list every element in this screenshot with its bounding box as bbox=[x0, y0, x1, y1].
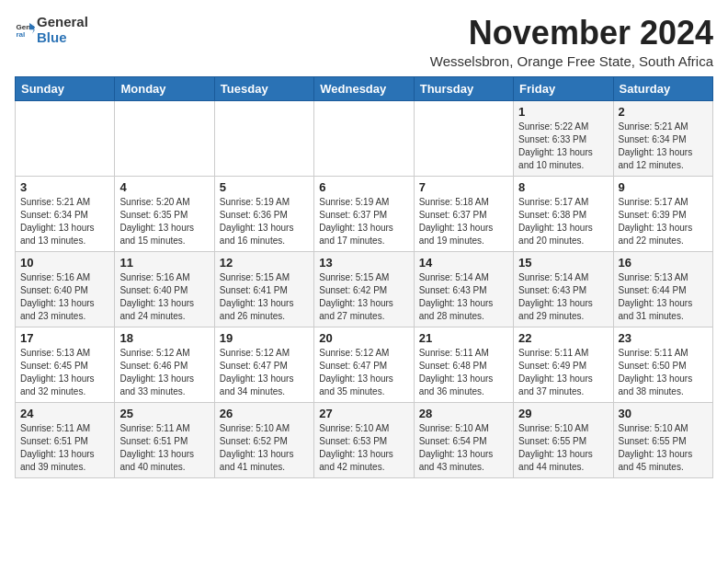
calendar-cell: 1Sunrise: 5:22 AM Sunset: 6:33 PM Daylig… bbox=[514, 100, 613, 176]
calendar-cell: 12Sunrise: 5:15 AM Sunset: 6:41 PM Dayli… bbox=[214, 251, 313, 327]
day-info: Sunrise: 5:11 AM Sunset: 6:51 PM Dayligh… bbox=[20, 422, 109, 474]
day-number: 1 bbox=[518, 105, 608, 119]
calendar-cell: 13Sunrise: 5:15 AM Sunset: 6:42 PM Dayli… bbox=[314, 251, 414, 327]
calendar-row: 17Sunrise: 5:13 AM Sunset: 6:45 PM Dayli… bbox=[16, 327, 713, 402]
calendar-cell: 7Sunrise: 5:18 AM Sunset: 6:37 PM Daylig… bbox=[414, 176, 513, 251]
day-info: Sunrise: 5:19 AM Sunset: 6:37 PM Dayligh… bbox=[319, 196, 408, 247]
day-number: 11 bbox=[119, 256, 209, 270]
calendar-cell: 29Sunrise: 5:10 AM Sunset: 6:55 PM Dayli… bbox=[514, 402, 613, 477]
calendar-cell bbox=[314, 100, 414, 176]
calendar-cell: 14Sunrise: 5:14 AM Sunset: 6:43 PM Dayli… bbox=[414, 251, 513, 327]
day-info: Sunrise: 5:10 AM Sunset: 6:55 PM Dayligh… bbox=[619, 422, 708, 474]
day-info: Sunrise: 5:10 AM Sunset: 6:53 PM Dayligh… bbox=[319, 422, 408, 474]
calendar-table: SundayMondayTuesdayWednesdayThursdayFrid… bbox=[15, 76, 713, 478]
day-number: 4 bbox=[119, 180, 209, 194]
calendar-cell: 28Sunrise: 5:10 AM Sunset: 6:54 PM Dayli… bbox=[414, 402, 513, 477]
day-info: Sunrise: 5:11 AM Sunset: 6:49 PM Dayligh… bbox=[518, 347, 608, 398]
day-info: Sunrise: 5:10 AM Sunset: 6:54 PM Dayligh… bbox=[419, 422, 508, 474]
calendar-row: 10Sunrise: 5:16 AM Sunset: 6:40 PM Dayli… bbox=[16, 251, 713, 327]
day-number: 17 bbox=[20, 331, 109, 345]
day-number: 23 bbox=[619, 331, 708, 345]
day-number: 10 bbox=[20, 256, 109, 270]
calendar-cell: 4Sunrise: 5:20 AM Sunset: 6:35 PM Daylig… bbox=[115, 176, 214, 251]
day-number: 16 bbox=[619, 256, 708, 270]
weekday-header: Sunday bbox=[16, 76, 115, 100]
day-info: Sunrise: 5:17 AM Sunset: 6:39 PM Dayligh… bbox=[619, 196, 708, 247]
calendar-cell: 26Sunrise: 5:10 AM Sunset: 6:52 PM Dayli… bbox=[214, 402, 313, 477]
day-number: 24 bbox=[20, 407, 109, 420]
weekday-header-row: SundayMondayTuesdayWednesdayThursdayFrid… bbox=[16, 76, 713, 100]
day-number: 18 bbox=[119, 331, 209, 345]
day-info: Sunrise: 5:13 AM Sunset: 6:44 PM Dayligh… bbox=[619, 271, 708, 323]
calendar-cell: 17Sunrise: 5:13 AM Sunset: 6:45 PM Dayli… bbox=[16, 327, 115, 402]
calendar-cell: 22Sunrise: 5:11 AM Sunset: 6:49 PM Dayli… bbox=[514, 327, 613, 402]
day-number: 22 bbox=[518, 331, 608, 345]
day-info: Sunrise: 5:10 AM Sunset: 6:55 PM Dayligh… bbox=[518, 422, 608, 474]
day-info: Sunrise: 5:11 AM Sunset: 6:48 PM Dayligh… bbox=[419, 347, 508, 398]
svg-text:ral: ral bbox=[16, 30, 25, 39]
day-info: Sunrise: 5:16 AM Sunset: 6:40 PM Dayligh… bbox=[20, 271, 109, 323]
calendar-cell: 8Sunrise: 5:17 AM Sunset: 6:38 PM Daylig… bbox=[514, 176, 613, 251]
calendar-cell: 15Sunrise: 5:14 AM Sunset: 6:43 PM Dayli… bbox=[514, 251, 613, 327]
weekday-header: Saturday bbox=[613, 76, 712, 100]
calendar-cell: 25Sunrise: 5:11 AM Sunset: 6:51 PM Dayli… bbox=[115, 402, 214, 477]
day-info: Sunrise: 5:15 AM Sunset: 6:41 PM Dayligh… bbox=[220, 271, 309, 323]
calendar-row: 24Sunrise: 5:11 AM Sunset: 6:51 PM Dayli… bbox=[16, 402, 713, 477]
weekday-header: Wednesday bbox=[314, 76, 414, 100]
day-number: 3 bbox=[20, 180, 109, 194]
calendar-cell: 24Sunrise: 5:11 AM Sunset: 6:51 PM Dayli… bbox=[16, 402, 115, 477]
month-title: November 2024 bbox=[430, 15, 713, 52]
day-number: 20 bbox=[319, 331, 408, 345]
calendar-cell bbox=[214, 100, 313, 176]
calendar-cell: 6Sunrise: 5:19 AM Sunset: 6:37 PM Daylig… bbox=[314, 176, 414, 251]
day-info: Sunrise: 5:12 AM Sunset: 6:47 PM Dayligh… bbox=[220, 347, 309, 398]
calendar-cell: 5Sunrise: 5:19 AM Sunset: 6:36 PM Daylig… bbox=[214, 176, 313, 251]
day-number: 13 bbox=[319, 256, 408, 270]
day-number: 15 bbox=[518, 256, 608, 270]
calendar-cell: 2Sunrise: 5:21 AM Sunset: 6:34 PM Daylig… bbox=[613, 100, 712, 176]
calendar-cell bbox=[16, 100, 115, 176]
day-info: Sunrise: 5:12 AM Sunset: 6:47 PM Dayligh… bbox=[319, 347, 408, 398]
calendar-cell: 27Sunrise: 5:10 AM Sunset: 6:53 PM Dayli… bbox=[314, 402, 414, 477]
day-number: 14 bbox=[419, 256, 508, 270]
day-number: 29 bbox=[518, 407, 608, 420]
title-block: November 2024 Wesselsbron, Orange Free S… bbox=[430, 15, 713, 69]
calendar-cell: 19Sunrise: 5:12 AM Sunset: 6:47 PM Dayli… bbox=[214, 327, 313, 402]
logo-icon: Gene ral bbox=[15, 20, 35, 40]
calendar-cell: 10Sunrise: 5:16 AM Sunset: 6:40 PM Dayli… bbox=[16, 251, 115, 327]
day-info: Sunrise: 5:21 AM Sunset: 6:34 PM Dayligh… bbox=[619, 121, 708, 172]
calendar-cell: 23Sunrise: 5:11 AM Sunset: 6:50 PM Dayli… bbox=[613, 327, 712, 402]
day-info: Sunrise: 5:22 AM Sunset: 6:33 PM Dayligh… bbox=[518, 121, 608, 172]
page-header: Gene ral General Blue November 2024 Wess… bbox=[15, 15, 713, 69]
logo: Gene ral General Blue bbox=[15, 15, 88, 45]
day-number: 6 bbox=[319, 180, 408, 194]
day-info: Sunrise: 5:11 AM Sunset: 6:51 PM Dayligh… bbox=[119, 422, 209, 474]
day-info: Sunrise: 5:10 AM Sunset: 6:52 PM Dayligh… bbox=[220, 422, 309, 474]
day-number: 27 bbox=[319, 407, 408, 420]
day-number: 25 bbox=[119, 407, 209, 420]
calendar-cell bbox=[414, 100, 513, 176]
calendar-cell: 11Sunrise: 5:16 AM Sunset: 6:40 PM Dayli… bbox=[115, 251, 214, 327]
day-info: Sunrise: 5:19 AM Sunset: 6:36 PM Dayligh… bbox=[220, 196, 309, 247]
day-number: 28 bbox=[419, 407, 508, 420]
logo-text: General Blue bbox=[37, 15, 88, 45]
weekday-header: Monday bbox=[115, 76, 214, 100]
weekday-header: Friday bbox=[514, 76, 613, 100]
day-number: 26 bbox=[220, 407, 309, 420]
day-number: 30 bbox=[619, 407, 708, 420]
day-info: Sunrise: 5:14 AM Sunset: 6:43 PM Dayligh… bbox=[518, 271, 608, 323]
day-info: Sunrise: 5:14 AM Sunset: 6:43 PM Dayligh… bbox=[419, 271, 508, 323]
day-number: 9 bbox=[619, 180, 708, 194]
day-number: 2 bbox=[619, 105, 708, 119]
day-info: Sunrise: 5:13 AM Sunset: 6:45 PM Dayligh… bbox=[20, 347, 109, 398]
day-info: Sunrise: 5:20 AM Sunset: 6:35 PM Dayligh… bbox=[119, 196, 209, 247]
day-number: 21 bbox=[419, 331, 508, 345]
weekday-header: Tuesday bbox=[214, 76, 313, 100]
calendar-cell: 21Sunrise: 5:11 AM Sunset: 6:48 PM Dayli… bbox=[414, 327, 513, 402]
day-info: Sunrise: 5:18 AM Sunset: 6:37 PM Dayligh… bbox=[419, 196, 508, 247]
location-title: Wesselsbron, Orange Free State, South Af… bbox=[430, 53, 713, 69]
day-info: Sunrise: 5:17 AM Sunset: 6:38 PM Dayligh… bbox=[518, 196, 608, 247]
day-number: 12 bbox=[220, 256, 309, 270]
day-info: Sunrise: 5:21 AM Sunset: 6:34 PM Dayligh… bbox=[20, 196, 109, 247]
day-number: 8 bbox=[518, 180, 608, 194]
